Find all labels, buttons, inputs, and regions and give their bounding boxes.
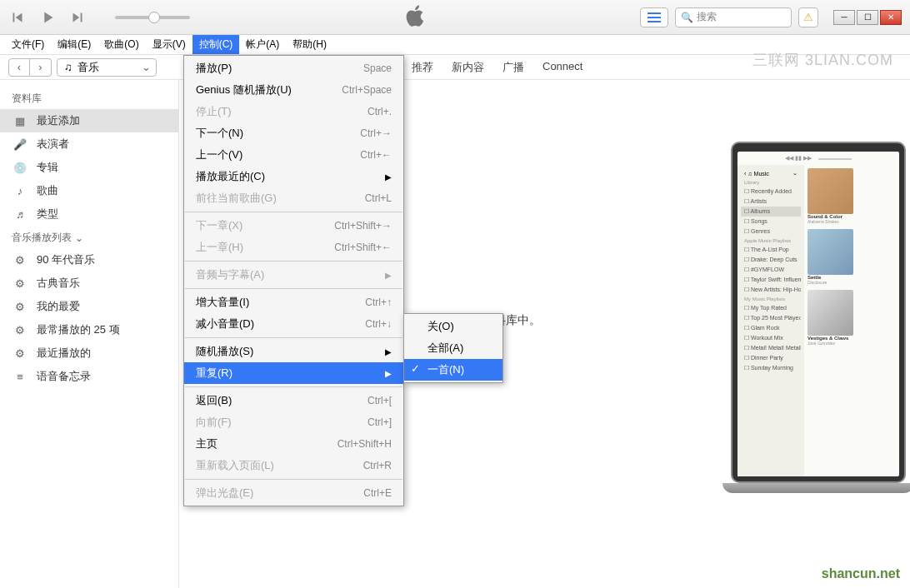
promo-sb-item: ☐ Dinner Party bbox=[741, 353, 801, 363]
shortcut-label: Ctrl+E bbox=[363, 487, 392, 499]
sidebar-item[interactable]: 💿专辑 bbox=[0, 156, 178, 179]
sidebar-item[interactable]: ⚙最常播放的 25 项 bbox=[0, 318, 178, 341]
gear-icon: ⚙ bbox=[12, 300, 28, 313]
menu-item: 向前(F)Ctrl+] bbox=[184, 411, 403, 433]
menu-item: 停止(T)Ctrl+. bbox=[184, 101, 403, 122]
shortcut-label: Ctrl+← bbox=[360, 149, 392, 161]
sidebar-item[interactable]: ⚙古典音乐 bbox=[0, 272, 178, 295]
promo-sb-item: ☐ Drake: Deep Cuts bbox=[741, 255, 801, 265]
sidebar-item-label: 歌曲 bbox=[37, 183, 58, 198]
library-selector[interactable]: ♫ 音乐 bbox=[57, 58, 157, 77]
next-track-button[interactable] bbox=[68, 8, 87, 27]
sidebar-item-label: 表演者 bbox=[37, 137, 69, 152]
menu-item[interactable]: Genius 随机播放(U)Ctrl+Space bbox=[184, 79, 403, 101]
menu-item[interactable]: 减小音量(D)Ctrl+↓ bbox=[184, 313, 403, 335]
mic-icon: 🎤 bbox=[12, 137, 28, 151]
promo-album: Vestiges & ClawsJosé González bbox=[808, 290, 896, 346]
svg-rect-1 bbox=[648, 17, 661, 18]
sidebar-item-label: 最近播放的 bbox=[37, 346, 91, 361]
list-view-button[interactable] bbox=[640, 7, 668, 27]
shortcut-label: Ctrl+Shift+← bbox=[334, 242, 392, 253]
promo-sb-item: ☐ Glam Rock bbox=[741, 323, 801, 333]
menu-item[interactable]: 上一个(V)Ctrl+← bbox=[184, 144, 403, 166]
sidebar-section-playlists[interactable]: 音乐播放列表 ⌄ bbox=[0, 226, 178, 248]
search-input[interactable]: 🔍 搜索 bbox=[675, 7, 792, 27]
volume-slider[interactable] bbox=[115, 16, 190, 19]
album-icon: 💿 bbox=[12, 161, 28, 174]
menu-item[interactable]: 主页Ctrl+Shift+H bbox=[184, 433, 403, 455]
shortcut-label: Ctrl+L bbox=[365, 192, 392, 204]
nav-arrows: ‹ › bbox=[8, 58, 52, 77]
alert-button[interactable]: ⚠ bbox=[798, 7, 818, 27]
sidebar-item-label: 90 年代音乐 bbox=[37, 252, 95, 267]
sidebar-section-library: 资料库 bbox=[0, 87, 178, 109]
menu-bar: 文件(F)编辑(E)歌曲(O)显示(V)控制(C)帐户(A)帮助(H) bbox=[0, 35, 910, 55]
menu-item[interactable]: 返回(B)Ctrl+[ bbox=[184, 390, 403, 411]
menu-4[interactable]: 控制(C) bbox=[192, 35, 240, 54]
nav-tab-0[interactable]: 推荐 bbox=[412, 60, 433, 75]
sidebar-item[interactable]: ♬类型 bbox=[0, 202, 178, 226]
menu-item: 上一章(H)Ctrl+Shift+← bbox=[184, 237, 403, 258]
menu-item[interactable]: 播放最近的(C)▶ bbox=[184, 166, 403, 187]
gear-icon: ⚙ bbox=[12, 277, 28, 290]
submenu-arrow-icon: ▶ bbox=[385, 347, 392, 356]
minimize-button[interactable]: ─ bbox=[833, 10, 855, 25]
menu-item-label: 停止(T) bbox=[196, 104, 232, 119]
sidebar-item[interactable]: ⚙我的最爱 bbox=[0, 295, 178, 318]
menu-item[interactable]: 下一个(N)Ctrl+→ bbox=[184, 122, 403, 144]
svg-rect-2 bbox=[648, 21, 661, 22]
menu-separator bbox=[185, 212, 402, 212]
close-button[interactable]: ✕ bbox=[880, 10, 902, 25]
sidebar-item-label: 古典音乐 bbox=[37, 276, 80, 291]
sidebar-item[interactable]: 🎤表演者 bbox=[0, 132, 178, 156]
menu-item-label: 音频与字幕(A) bbox=[196, 267, 264, 282]
menu-item-label: 下一个(N) bbox=[196, 126, 243, 141]
window-controls: ─ ☐ ✕ bbox=[833, 10, 902, 25]
shortcut-label: Ctrl+. bbox=[368, 106, 392, 117]
menu-item[interactable]: 随机播放(S)▶ bbox=[184, 341, 403, 362]
nav-tab-1[interactable]: 新内容 bbox=[452, 60, 484, 75]
playback-controls bbox=[8, 8, 190, 27]
sidebar-item[interactable]: ♪歌曲 bbox=[0, 179, 178, 202]
forward-button[interactable]: › bbox=[30, 58, 52, 77]
note-icon: ♪ bbox=[12, 184, 28, 197]
nav-tab-2[interactable]: 广播 bbox=[502, 60, 524, 75]
menu-5[interactable]: 帐户(A) bbox=[239, 35, 286, 54]
shortcut-label: Ctrl+Space bbox=[342, 84, 392, 96]
repeat-submenu: 关(O)全部(A)一首(N) bbox=[403, 313, 503, 383]
menu-item-label: 上一个(V) bbox=[196, 147, 242, 162]
menu-item[interactable]: 重复(R)▶ bbox=[184, 362, 403, 384]
gear-icon: ⚙ bbox=[12, 323, 28, 336]
play-button[interactable] bbox=[38, 8, 57, 27]
genre-icon: ♬ bbox=[12, 207, 28, 221]
sidebar-item[interactable]: ▦最近添加 bbox=[0, 109, 178, 132]
sidebar-item[interactable]: ≡语音备忘录 bbox=[0, 365, 178, 388]
menu-item[interactable]: 增大音量(I)Ctrl+↑ bbox=[184, 292, 403, 313]
prev-track-button[interactable] bbox=[8, 8, 27, 27]
menu-1[interactable]: 编辑(E) bbox=[51, 35, 98, 54]
back-button[interactable]: ‹ bbox=[8, 58, 30, 77]
menu-separator bbox=[185, 288, 402, 289]
apple-logo-icon bbox=[405, 4, 425, 30]
sidebar-item[interactable]: ⚙90 年代音乐 bbox=[0, 248, 178, 272]
menu-item: 前往当前歌曲(G)Ctrl+L bbox=[184, 187, 403, 209]
menu-item[interactable]: 播放(P)Space bbox=[184, 57, 403, 79]
menu-3[interactable]: 显示(V) bbox=[146, 35, 192, 54]
submenu-item[interactable]: 一首(N) bbox=[404, 359, 502, 381]
submenu-item[interactable]: 关(O) bbox=[404, 316, 502, 337]
menu-separator bbox=[185, 479, 402, 480]
promo-laptop: ◀◀ ▮▮ ▶▶ ‹ ♫ Music ⌄ Library ☐ Recently … bbox=[731, 142, 910, 508]
menu-separator bbox=[185, 261, 402, 262]
nav-tabs: 推荐新内容广播Connect bbox=[412, 60, 582, 75]
chevron-down-icon: ⌄ bbox=[75, 232, 83, 244]
volume-knob[interactable] bbox=[148, 12, 160, 23]
menu-0[interactable]: 文件(F) bbox=[5, 35, 51, 54]
menu-6[interactable]: 帮助(H) bbox=[286, 35, 333, 54]
menu-2[interactable]: 歌曲(O) bbox=[98, 35, 145, 54]
nav-tab-3[interactable]: Connect bbox=[542, 60, 582, 75]
menu-item-label: 重新载入页面(L) bbox=[196, 458, 274, 473]
menu-item-label: 重复(R) bbox=[196, 366, 232, 381]
submenu-item[interactable]: 全部(A) bbox=[404, 337, 502, 359]
maximize-button[interactable]: ☐ bbox=[857, 10, 878, 25]
sidebar-item[interactable]: ⚙最近播放的 bbox=[0, 341, 178, 365]
